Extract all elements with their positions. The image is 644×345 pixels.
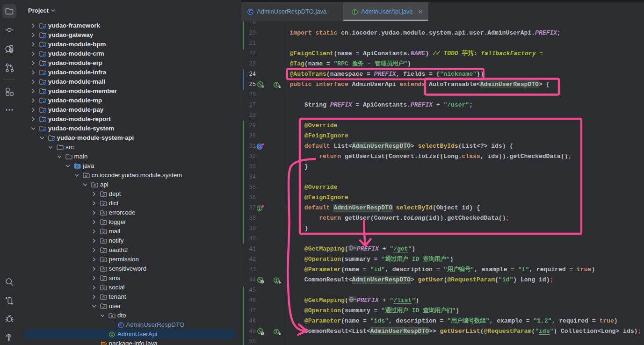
svg-text:C: C <box>119 323 122 327</box>
svg-text:?: ? <box>10 49 12 53</box>
svg-text:C: C <box>249 10 252 14</box>
